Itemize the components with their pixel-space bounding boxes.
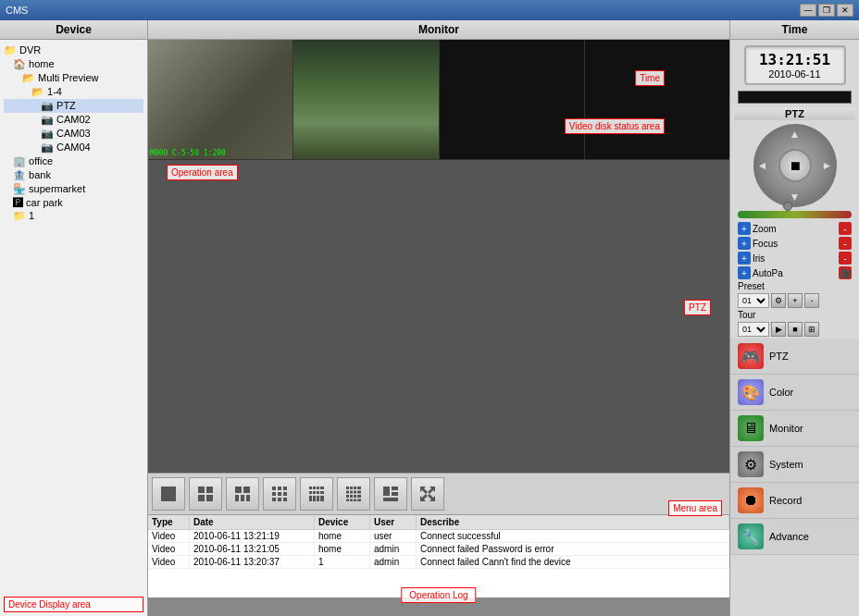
svg-rect-32 [350, 487, 353, 489]
ptz-down-arrow[interactable]: ▼ [790, 191, 801, 203]
right-panel: Time 13:21:51 2010-06-11 PTZ ▲ ▼ ◄ ► ⏹ [729, 20, 859, 616]
tree-supermarket[interactable]: 🏪 supermarket [4, 182, 143, 196]
tree-home[interactable]: 🏠 home [4, 57, 143, 71]
camera-feed-2 [293, 40, 438, 159]
svg-rect-33 [354, 487, 356, 489]
log-row-2-device: home [315, 543, 370, 555]
grid-cell-12[interactable] [584, 164, 729, 166]
tree-bank[interactable]: 🏦 bank [4, 168, 143, 182]
menu-item-record[interactable]: ⏺ Record [730, 483, 859, 519]
tree-1-4[interactable]: 📂 1-4 [4, 85, 143, 99]
view-nine-button[interactable] [263, 477, 296, 511]
camera-cell-1[interactable]: M000 C-5-50 1:200 [148, 40, 293, 159]
svg-rect-28 [313, 496, 316, 501]
tree-office[interactable]: 🏢 office [4, 154, 143, 168]
view-single-button[interactable] [152, 477, 185, 511]
preset-row: Preset [738, 281, 852, 291]
ptz-up-arrow[interactable]: ▲ [790, 128, 801, 141]
svg-rect-3 [198, 495, 205, 501]
preset-set-button[interactable]: ⚙ [771, 293, 786, 308]
focus-label: Focus [753, 239, 778, 249]
menu-item-ptz[interactable]: 🎮 PTZ [730, 339, 859, 375]
preset-add-button[interactable]: + [788, 293, 803, 308]
log-col-desc-header: Describe [417, 515, 729, 529]
svg-rect-27 [309, 496, 312, 501]
log-header: Type Date Device User Describe [148, 515, 729, 530]
tree-cam04[interactable]: 📷 CAM04 [4, 141, 143, 154]
menu-item-advance[interactable]: 🔧 Advance [730, 519, 859, 555]
autopa-plus-button[interactable]: + [738, 266, 751, 279]
log-col-user-header: User [370, 515, 417, 529]
view-twelve-button[interactable] [300, 477, 333, 511]
close-button[interactable]: ✕ [837, 4, 853, 17]
menu-item-color[interactable]: 🎨 Color [730, 375, 859, 411]
svg-rect-43 [346, 499, 349, 502]
menu-item-system[interactable]: ⚙ System [730, 447, 859, 483]
ptz-menu-label: PTZ [769, 351, 789, 362]
autopa-minus-button[interactable]: 🎥 [839, 266, 852, 279]
svg-rect-39 [346, 495, 349, 498]
tree-carpark[interactable]: 🅿 car park [4, 196, 143, 209]
ptz-speed-slider[interactable] [738, 211, 852, 218]
camera-cell-2[interactable] [293, 40, 439, 159]
menu-item-monitor[interactable]: 🖥 Monitor [730, 411, 859, 447]
tree-ptz[interactable]: 📷 PTZ [4, 99, 143, 113]
tour-grid-button[interactable]: ⊞ [804, 322, 819, 337]
svg-rect-38 [357, 491, 361, 494]
svg-rect-15 [283, 492, 287, 496]
grid-cell-10[interactable] [293, 164, 439, 166]
svg-rect-44 [350, 499, 353, 502]
svg-rect-1 [198, 487, 205, 493]
svg-rect-22 [320, 487, 324, 489]
view-quad-button[interactable] [189, 477, 222, 511]
advance-menu-icon: 🔧 [738, 524, 764, 549]
video-disk-bar [738, 91, 852, 104]
color-menu-icon: 🎨 [738, 379, 764, 405]
tree-1[interactable]: 📁 1 [4, 209, 143, 223]
restore-button[interactable]: ❐ [818, 4, 835, 17]
iris-plus-button[interactable]: + [738, 252, 751, 265]
focus-minus-button[interactable]: - [839, 237, 852, 250]
tree-cam03[interactable]: 📷 CAM03 [4, 127, 143, 141]
zoom-plus-button[interactable]: + [738, 222, 751, 235]
grid-cell-11[interactable] [439, 164, 584, 166]
tour-stop-button[interactable]: ■ [788, 322, 803, 337]
ptz-center-button[interactable]: ⏹ [778, 149, 812, 182]
tour-play-button[interactable]: ▶ [771, 322, 786, 337]
camera-feed-1 [148, 40, 293, 159]
camera-cell-3[interactable] [440, 40, 585, 159]
ptz-joystick: ▲ ▼ ◄ ► ⏹ [753, 124, 837, 207]
iris-minus-button[interactable]: - [839, 252, 852, 265]
tour-select[interactable]: 010203 [738, 322, 769, 337]
view-sixteen-button[interactable] [337, 477, 370, 511]
svg-rect-36 [350, 491, 353, 494]
log-row-3[interactable]: Video 2010-06-11 13:20:37 1 admin Connec… [148, 556, 729, 569]
ptz-left-arrow[interactable]: ◄ [757, 159, 768, 172]
svg-rect-30 [320, 496, 324, 501]
zoom-minus-button[interactable]: - [839, 222, 852, 235]
view-custom-button[interactable] [374, 477, 407, 511]
view-six-button[interactable] [226, 477, 259, 511]
svg-rect-41 [354, 495, 356, 498]
preset-remove-button[interactable]: - [804, 293, 819, 308]
svg-rect-18 [283, 498, 287, 501]
minimize-button[interactable]: — [800, 4, 816, 17]
log-row-1[interactable]: Video 2010-06-11 13:21:19 home user Conn… [148, 530, 729, 543]
focus-plus-button[interactable]: + [738, 237, 751, 250]
system-menu-label: System [769, 459, 803, 470]
tree-dvr[interactable]: 📁 DVR [4, 43, 143, 57]
svg-rect-40 [350, 495, 353, 498]
svg-rect-2 [206, 487, 213, 493]
ptz-slider-thumb[interactable] [783, 202, 792, 211]
ptz-right-arrow[interactable]: ► [822, 159, 833, 172]
vdisk-area-label: Video disk status area [565, 118, 665, 134]
svg-rect-8 [241, 495, 244, 501]
log-col-type-header: Type [148, 515, 190, 529]
camera-cell-4[interactable] [585, 40, 729, 159]
tree-cam02[interactable]: 📷 CAM02 [4, 113, 143, 127]
log-row-3-user: admin [370, 556, 417, 568]
preset-select[interactable]: 010203 [738, 293, 769, 308]
log-row-2[interactable]: Video 2010-06-11 13:21:05 home admin Con… [148, 543, 729, 556]
tree-multi-preview[interactable]: 📂 Multi Preview [4, 71, 143, 85]
fullscreen-button[interactable] [411, 477, 444, 511]
